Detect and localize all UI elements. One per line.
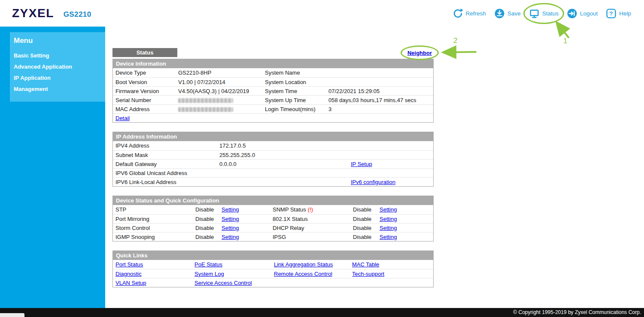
field-link-cell: IPv6 configuration	[348, 179, 433, 185]
quick-link-cell: Port Status	[113, 261, 192, 268]
status-label: Status	[542, 10, 559, 17]
main-content: Status Neighbor Device Information Devic…	[105, 27, 644, 308]
feature-name: STP	[113, 206, 193, 213]
feature-status: Disable	[193, 216, 219, 222]
service-access-control-link[interactable]: Service Access Control	[194, 280, 252, 286]
setting-link[interactable]: Setting	[222, 234, 239, 240]
svg-text:?: ?	[610, 10, 613, 17]
table-row: IGMP Snooping Disable Setting IPSG Disab…	[113, 232, 433, 241]
quick-link-cell: Tech-support	[349, 271, 433, 277]
neighbor-link-wrap: Neighbor	[407, 49, 432, 57]
body: Menu Basic Setting Advanced Application …	[0, 27, 644, 308]
table-row: IPV4 Address 172.17.0.5	[113, 141, 433, 150]
field-label: Subnet Mask	[113, 152, 217, 158]
section-title: Device Information	[113, 59, 433, 68]
field-value: 07/22/2021 15:29:05	[326, 88, 433, 94]
table-row: Diagnostic System Log Remote Access Cont…	[113, 269, 433, 278]
section-title: IP Address Information	[113, 132, 433, 141]
field-label: System Location	[262, 79, 326, 85]
table-row: Default Gateway 0.0.0.0 IP Setup	[113, 159, 433, 168]
setting-cell: Setting	[377, 216, 433, 222]
setting-cell: Setting	[219, 234, 270, 240]
ipv6-configuration-link[interactable]: IPv6 configuration	[351, 179, 395, 185]
help-button[interactable]: ? Help	[606, 8, 631, 19]
remote-access-control-link[interactable]: Remote Access Control	[274, 271, 332, 277]
field-link-cell: IP Setup	[348, 161, 433, 167]
field-value: GS2210-8HP	[176, 69, 262, 76]
feature-name: Storm Control	[113, 225, 193, 231]
field-label: Login Timeout(mins)	[262, 106, 326, 112]
logout-button[interactable]: Logout	[567, 8, 598, 19]
sidebar-item-management[interactable]: Management	[14, 84, 105, 95]
quick-link-cell: Diagnostic	[113, 271, 192, 277]
ip-setup-link[interactable]: IP Setup	[351, 161, 372, 167]
refresh-button[interactable]: Refresh	[453, 8, 486, 19]
sidebar-item-basic-setting[interactable]: Basic Setting	[14, 50, 105, 61]
save-button[interactable]: Save	[494, 8, 521, 19]
field-value: 3	[326, 106, 433, 112]
table-row: Boot Version V1.00 | 07/22/2014 System L…	[113, 77, 433, 86]
snmp-alert: (!)	[308, 206, 313, 213]
status-button[interactable]: Status	[529, 8, 559, 19]
model-name: GS2210	[64, 10, 91, 19]
poe-status-link[interactable]: PoE Status	[194, 261, 222, 268]
section-title: Device Status and Quick Configuration	[113, 196, 433, 205]
table-row: Serial Number System Up Time 058 days,03…	[113, 95, 433, 104]
setting-link[interactable]: Setting	[380, 216, 397, 222]
detail-cell: Detail	[113, 115, 130, 121]
table-row: Device Type GS2210-8HP System Name	[113, 68, 433, 77]
setting-cell: Setting	[219, 216, 270, 222]
help-label: Help	[619, 10, 631, 17]
setting-link[interactable]: Setting	[222, 206, 239, 213]
field-label: Default Gateway	[113, 161, 217, 167]
setting-cell: Setting	[377, 206, 433, 213]
tech-support-link[interactable]: Tech-support	[352, 271, 384, 277]
field-label: MAC Address	[113, 106, 176, 112]
menu-title: Menu	[14, 36, 105, 45]
port-status-link[interactable]: Port Status	[115, 261, 143, 268]
vlan-setup-link[interactable]: VLAN Setup	[115, 280, 146, 286]
field-label: IPV6 Link-Local Address	[113, 179, 217, 185]
table-row: IPV6 Link-Local Address IPv6 configurati…	[113, 177, 433, 186]
field-value: V1.00 | 07/22/2014	[176, 79, 262, 85]
field-label: Serial Number	[113, 97, 176, 103]
field-label: IPV4 Address	[113, 142, 217, 149]
tab-status[interactable]: Status	[112, 48, 177, 57]
quick-link-cell: VLAN Setup	[113, 280, 192, 286]
quick-link-cell: Service Access Control	[192, 280, 271, 286]
table-row: Port Status PoE Status Link Aggregation …	[113, 260, 433, 269]
link-aggregation-status-link[interactable]: Link Aggregation Status	[274, 261, 333, 268]
field-label: IPV6 Global Unicast Address	[113, 170, 217, 176]
table-row: Storm Control Disable Setting DHCP Relay…	[113, 223, 433, 232]
setting-link[interactable]: Setting	[380, 206, 397, 213]
feature-status: Disable	[350, 206, 377, 213]
section-title: Quick Links	[113, 251, 433, 260]
header: ZYXEL GS2210 Refresh	[0, 0, 644, 27]
detail-link[interactable]: Detail	[115, 115, 130, 121]
table-row: STP Disable Setting SNMP Status(!) Disab…	[113, 205, 433, 214]
quick-link-cell: Link Aggregation Status	[271, 261, 349, 268]
field-label: Boot Version	[113, 79, 176, 85]
feature-status: Disable	[193, 234, 219, 240]
field-label: System Up Time	[262, 97, 326, 103]
setting-cell: Setting	[377, 234, 433, 240]
diagnostic-link[interactable]: Diagnostic	[115, 271, 142, 277]
system-log-link[interactable]: System Log	[194, 271, 224, 277]
neighbor-link[interactable]: Neighbor	[407, 50, 432, 56]
setting-link[interactable]: Setting	[380, 234, 397, 240]
setting-link[interactable]: Setting	[380, 225, 397, 231]
save-label: Save	[507, 10, 521, 17]
field-label: Firmware Version	[113, 88, 176, 94]
table-row: Firmware Version V4.50(AASQ.3) | 04/22/2…	[113, 86, 433, 95]
field-value: 058 days,03 hours,17 mins,47 secs	[326, 97, 433, 103]
feature-name-text: DHCP Relay	[273, 225, 304, 231]
tab-row: Status Neighbor	[112, 48, 434, 57]
save-icon	[494, 8, 505, 19]
sidebar-item-advanced-application[interactable]: Advanced Application	[14, 61, 105, 72]
mac-table-link[interactable]: MAC Table	[352, 261, 379, 268]
setting-link[interactable]: Setting	[222, 216, 239, 222]
setting-link[interactable]: Setting	[222, 225, 239, 231]
feature-status: Disable	[350, 216, 377, 222]
sidebar-item-ip-application[interactable]: IP Application	[14, 72, 105, 84]
feature-name-text: 802.1X Status	[273, 216, 308, 222]
